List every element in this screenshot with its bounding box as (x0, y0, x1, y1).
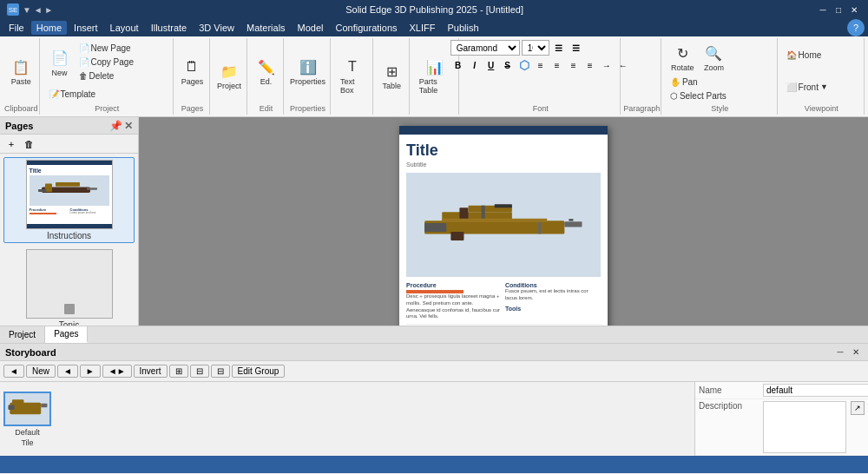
sb-grid-expand-button[interactable]: ⊞ (169, 365, 188, 378)
new-button[interactable]: 📄 New (45, 45, 75, 80)
close-button[interactable]: ✕ (847, 3, 861, 16)
conditions-label: Conditions (505, 282, 601, 288)
conditions-col: Conditions Fusce psuem, est et lectis in… (505, 282, 601, 320)
panel-close-button[interactable]: ✕ (124, 120, 133, 132)
rotate-icon: ↻ (672, 43, 693, 63)
page-title: Title (406, 142, 601, 160)
template-button[interactable]: 📝 Template (45, 88, 100, 101)
svg-rect-16 (569, 219, 574, 221)
canvas-area[interactable]: Title Subtitle (139, 117, 868, 326)
menu-materials[interactable]: Materials (241, 21, 291, 35)
tab-pages[interactable]: Pages (45, 326, 88, 343)
pages-button[interactable]: 🗒 Pages (177, 54, 208, 89)
menu-illustrate[interactable]: Illustrate (146, 21, 193, 35)
pages-group-label: Pages (181, 102, 204, 113)
page-thumb-instructions[interactable]: Title (3, 157, 135, 243)
sb-close-button[interactable]: ✕ (849, 346, 863, 359)
menu-xliff[interactable]: XLIFF (404, 21, 441, 35)
bold-button[interactable]: B (450, 57, 466, 73)
select-parts-button[interactable]: ⬡ Select Parts (667, 89, 730, 102)
front-view-button[interactable]: ⬜ Front ▼ (783, 81, 832, 94)
user-icon[interactable]: ? (847, 19, 865, 36)
page-image-box (406, 173, 601, 277)
page-thumb-topic[interactable]: Topic (3, 247, 135, 326)
props-expand-button[interactable]: ↗ (851, 401, 865, 415)
page-info-row: Procedure Desc + prosequis ligula laoree… (406, 282, 601, 320)
menu-publish[interactable]: Publish (442, 21, 483, 35)
align-right-button[interactable]: ≡ (566, 57, 582, 73)
sb-edit-group-button[interactable]: Edit Group (232, 365, 286, 378)
zoom-button[interactable]: 🔍 Zoom (699, 40, 728, 75)
panel-add-button[interactable]: + (3, 136, 19, 152)
panel-header: Pages 📌 ✕ (0, 117, 138, 135)
menu-layout[interactable]: Layout (105, 21, 144, 35)
storyboard-content: Default Tile Name Description ↗ ⬡ ✍ ✏ ⊞ … (0, 382, 868, 456)
copy-page-button[interactable]: 📄 Copy Page (76, 56, 137, 69)
underline-button[interactable]: U (483, 57, 499, 73)
table-button[interactable]: ⊞ Table (377, 58, 406, 93)
sb-both-button[interactable]: ◄► (102, 365, 132, 378)
sb-new-button[interactable]: New (26, 365, 56, 378)
panel-pin-button[interactable]: 📌 (109, 120, 122, 132)
properties-button[interactable]: ℹ️ Properties (286, 54, 330, 89)
storyboard-toolbar: ◄ New ◄ ► ◄► Invert ⊞ ⊟ ⊟ Edit Group (0, 361, 868, 382)
home-view-button[interactable]: 🏠 Home (783, 49, 825, 62)
edit-button[interactable]: ✏️ Ed. (252, 54, 281, 89)
maximize-button[interactable]: □ (832, 3, 845, 16)
sb-minimize-button[interactable]: ─ (833, 346, 847, 359)
props-name-label: Name (699, 385, 760, 395)
parts-table-button[interactable]: 📊 Parts Table (415, 54, 455, 97)
sb-grid-icon-button[interactable]: ⊟ (211, 365, 230, 378)
edit-label: Edit (260, 102, 273, 113)
page-footer: 伪逝的安详 关注互联网与系统软件技术的IT科技博客 (406, 324, 601, 326)
menu-configurations[interactable]: Configurations (331, 21, 403, 35)
menu-3dview[interactable]: 3D View (194, 21, 240, 35)
strikethrough-button[interactable]: S (500, 57, 516, 73)
new-icon: 📄 (49, 48, 70, 69)
main-layout: Pages 📌 ✕ + 🗑 Title (0, 117, 868, 326)
ribbon-group-edit: ✏️ Ed. Edit (249, 38, 284, 115)
menu-home[interactable]: Home (31, 21, 67, 35)
rotate-button[interactable]: ↻ Rotate (667, 40, 699, 75)
minimize-button[interactable]: ─ (816, 3, 830, 16)
project-button[interactable]: 📁 Project (213, 58, 246, 93)
ribbon-group-project: 📄 New 📄 New Page 📄 Copy Page 🗑 Delete (42, 38, 174, 115)
paste-button[interactable]: 📋 Paste (6, 54, 36, 89)
sb-back-button[interactable]: ◄ (57, 365, 78, 378)
delete-button[interactable]: 🗑 Delete (76, 69, 137, 82)
menu-file[interactable]: File (3, 21, 30, 35)
indent-button[interactable]: → (599, 57, 615, 73)
sb-forward-button[interactable]: ► (80, 365, 101, 378)
justify-button[interactable]: ≡ (582, 57, 598, 73)
sb-invert-button[interactable]: Invert (134, 365, 168, 378)
list-bullet-button[interactable]: ☰ (551, 40, 567, 56)
thumb-image-topic (26, 249, 113, 319)
list-num-button[interactable]: ☰ (569, 40, 584, 56)
menu-bar: File Home Insert Layout Illustrate 3D Vi… (0, 19, 868, 36)
align-left-button[interactable]: ≡ (533, 57, 549, 73)
menu-model[interactable]: Model (293, 21, 329, 35)
italic-button[interactable]: I (467, 57, 483, 73)
panel-delete-button[interactable]: 🗑 (21, 136, 36, 152)
shapes-button[interactable]: ⬡ (516, 57, 532, 73)
tab-project[interactable]: Project (0, 326, 45, 343)
sb-frame-default[interactable]: Default Tile (3, 392, 51, 447)
sb-grid-collapse-button[interactable]: ⊟ (190, 365, 209, 378)
ribbon-group-properties: ℹ️ Properties Properties (286, 38, 331, 115)
sb-prev-button[interactable]: ◄ (3, 365, 24, 378)
project-icon: 📁 (219, 61, 240, 82)
new-page-button[interactable]: 📄 New Page (76, 42, 137, 55)
props-description-textarea[interactable] (763, 401, 846, 453)
ribbon-group-textbox: T Text Box (332, 38, 373, 115)
menu-insert[interactable]: Insert (69, 21, 103, 35)
svg-rect-12 (482, 205, 485, 221)
font-family-select[interactable]: Garamond (450, 40, 520, 56)
font-size-select[interactable]: 10 (522, 40, 549, 56)
sb-frame-image-default (3, 392, 51, 426)
align-center-button[interactable]: ≡ (549, 57, 565, 73)
textbox-button[interactable]: T Text Box (336, 54, 369, 97)
props-description-label: Description (699, 401, 760, 411)
props-name-input[interactable] (763, 384, 868, 397)
pan-button[interactable]: ✋ Pan (667, 76, 730, 89)
format-row: B I U S ⬡ ≡ ≡ ≡ ≡ → ← (450, 57, 631, 73)
